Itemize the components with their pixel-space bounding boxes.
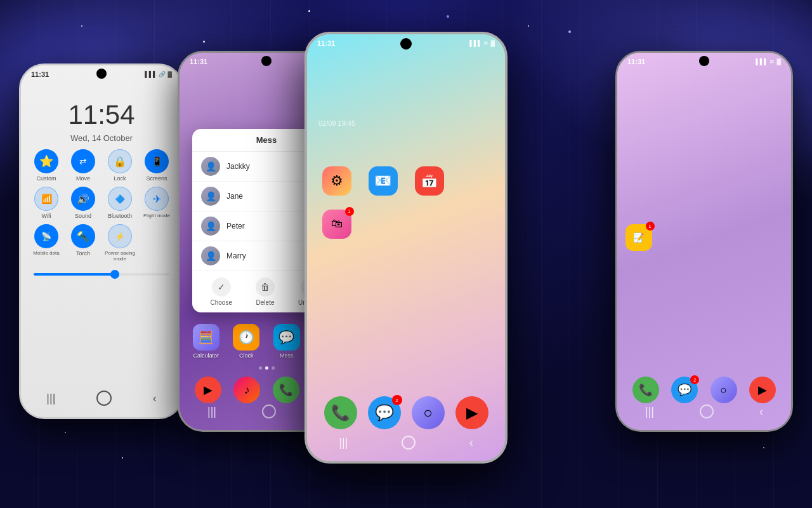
toggle-custom[interactable]: ⭐ Custom (30, 149, 62, 182)
dock-3: 📞 💬 2 ○ ▶ (307, 396, 505, 429)
toggle-power[interactable]: ⚡ Power saving mode (104, 224, 136, 262)
notch-4 (699, 56, 709, 66)
app-clock-2[interactable]: 🕐 Clock (229, 324, 265, 359)
dock-youtube-3[interactable]: ▶ (455, 396, 488, 429)
nav-back-4[interactable]: ‹ (759, 405, 763, 418)
lock-time-display: 11:54 (21, 100, 182, 130)
contact-name-jackky: Jackky (226, 162, 250, 171)
action-delete[interactable]: 🗑 Delete (256, 277, 275, 306)
quick-toggles: ⭐ Custom ⇄ Move 🔒 Lock 📱 Screens 📶 (21, 143, 182, 268)
delete-label: Delete (256, 299, 275, 306)
nav-recent-4[interactable]: ||| (645, 405, 654, 418)
nav-back-1[interactable]: ‹ (153, 392, 157, 405)
battery-4: ▓ (776, 58, 781, 65)
app-icon-galaxystore-3: 🛍 1 (322, 210, 351, 239)
app-calculator-2[interactable]: 🧮 Calculator (188, 324, 224, 359)
nav-home-2[interactable] (262, 404, 276, 418)
brightness-thumb[interactable] (110, 270, 119, 279)
toggle-label-mobile: Mobile data (33, 250, 59, 256)
toggle-label-move: Move (76, 175, 90, 182)
app-icon-clock-2: 🕐 (233, 324, 259, 351)
phone-3: 11:31 ▌▌▌ ≋ ▓ 30° ⛅ TP, Ha Noi 02/09 19:… (304, 32, 508, 464)
dock-contacts-3[interactable]: ○ (412, 396, 445, 429)
nav-recent-2[interactable]: ||| (207, 405, 216, 418)
dock-phone-3[interactable]: 📞 (324, 396, 357, 429)
app-icon-bluemail-3: 📧 (369, 166, 398, 196)
toggle-label-bluetooth: Bluetooth (108, 213, 132, 219)
contact-name-marry: Marry (226, 251, 246, 260)
nav-recent-3[interactable]: ||| (339, 436, 348, 450)
nav-home-3[interactable] (402, 436, 416, 450)
toggle-label-sound: Sound (75, 213, 91, 219)
toggle-screenshot[interactable]: 📱 Screens (141, 149, 173, 182)
notch-1 (96, 69, 107, 79)
badge-samsungnote-4: 1 (646, 222, 655, 231)
toggle-move[interactable]: ⇄ Move (67, 149, 99, 182)
nav-home-1[interactable] (96, 391, 112, 406)
toggle-icon-wifi: 📶 (34, 187, 58, 211)
signal-4: ▌▌▌ (756, 58, 768, 65)
status-icons-4: ▌▌▌ ≋ ▓ (756, 58, 781, 65)
battery-icon-1: ▓ (167, 71, 172, 77)
nav-recent-1[interactable]: ||| (46, 392, 55, 405)
toggle-torch[interactable]: 🔦 Torch (67, 224, 99, 262)
contact-name-peter: Peter (226, 222, 245, 231)
toggle-wifi[interactable]: 📶 Wifi (30, 187, 62, 219)
action-choose[interactable]: ✓ Choose (211, 277, 232, 306)
phone-4: 11:31 ▌▌▌ ≋ ▓ ♪ Music 🕐 Clock 🎵 (615, 51, 793, 432)
toggle-icon-bluetooth: 🔷 (108, 187, 132, 211)
time-3: 11:31 (317, 39, 335, 47)
toggle-label-power: Power saving mode (104, 250, 136, 262)
app-label-calculator-2: Calculator (193, 352, 219, 359)
toggle-icon-lock: 🔒 (108, 149, 132, 173)
nav-back-3[interactable]: ‹ (469, 436, 473, 450)
choose-label: Choose (211, 299, 232, 306)
bottom-nav-3: ||| ‹ (307, 431, 505, 455)
phone-1: 11:31 ▌▌▌ 🔗 ▓ 11:54 Wed, 14 October ⭐ Cu… (19, 64, 184, 419)
time-1: 11:31 (31, 70, 49, 78)
badge-galaxystore-3: 1 (345, 207, 354, 216)
choose-icon: ✓ (212, 277, 231, 297)
toggle-icon-mobile: 📡 (34, 224, 58, 248)
avatar-jane: 👤 (201, 187, 220, 206)
toggle-lock[interactable]: 🔒 Lock (104, 149, 136, 182)
avatar-jackky: 👤 (201, 157, 220, 176)
signal-3: ▌▌▌ (469, 40, 481, 46)
toggle-flight[interactable]: ✈ Flight mode (141, 187, 173, 219)
app-icon-apps-3: ⚙ (322, 166, 351, 196)
toggle-label-torch: Torch (76, 250, 90, 257)
toggle-icon-power: ⚡ (108, 224, 132, 248)
time-2: 11:31 (190, 58, 207, 65)
dot-2-3 (272, 366, 275, 370)
status-icons-3: ▌▌▌ ≋ ▓ (469, 40, 495, 46)
lock-date: Wed, 14 October (21, 133, 182, 143)
toggle-sound[interactable]: 🔊 Sound (67, 187, 99, 219)
toggle-icon-move: ⇄ (71, 149, 95, 173)
toggle-label-screenshot: Screens (146, 175, 167, 182)
app-icon-samsungnote-4: 📝 1 (625, 224, 652, 251)
app-label-mess-2: Mess (280, 352, 294, 359)
signal-icon-1: ▌▌▌ (145, 71, 157, 77)
contact-name-jane: Jane (226, 192, 243, 201)
app-icon-mess-2: 💬 (273, 324, 300, 351)
toggle-mobile[interactable]: 📡 Mobile data (30, 224, 62, 262)
weather-datetime-3: 02/09 19:45 (318, 119, 494, 127)
time-4: 11:31 (627, 58, 645, 65)
toggle-bluetooth[interactable]: 🔷 Bluetooth (104, 187, 136, 219)
brightness-bar (34, 273, 169, 276)
avatar-marry: 👤 (201, 246, 220, 265)
nav-home-4[interactable] (700, 404, 714, 418)
toggle-label-lock: Lock (114, 175, 126, 182)
toggle-icon-torch: 🔦 (71, 224, 95, 248)
toggle-label-wifi: Wifi (42, 213, 51, 219)
toggle-label-flight: Flight mode (143, 213, 170, 218)
badge-messages-4: 2 (690, 375, 699, 384)
phones-container: 11:31 ▌▌▌ 🔗 ▓ 11:54 Wed, 14 October ⭐ Cu… (0, 0, 812, 508)
toggle-icon-screenshot: 📱 (145, 149, 169, 173)
dock-messages-3[interactable]: 💬 2 (368, 396, 401, 429)
avatar-peter: 👤 (201, 217, 220, 236)
notch-2 (261, 56, 272, 66)
wifi-4: ≋ (769, 58, 775, 65)
badge-messages-3: 2 (392, 395, 402, 405)
app-mess-2[interactable]: 💬 Mess (269, 324, 304, 359)
